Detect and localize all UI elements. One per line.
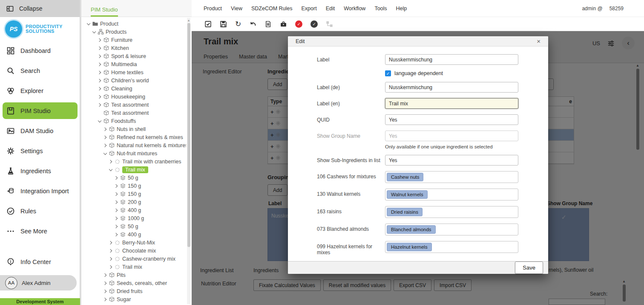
sidebar-item-settings[interactable]: Settings (0, 141, 80, 161)
tree-expand-arrow[interactable] (97, 45, 103, 51)
tree-item-label[interactable]: 150 g (128, 183, 141, 189)
sidebar-item-see-more[interactable]: See More (0, 221, 80, 241)
tree-item[interactable]: Nut-fruit mixtures (81, 149, 186, 157)
tree-item[interactable]: Dried fruits (81, 287, 186, 295)
quid-input[interactable] (385, 114, 518, 125)
tree-item-label[interactable]: Trail mix (122, 166, 148, 173)
tree-expand-arrow[interactable] (102, 280, 108, 286)
tree-item-label[interactable]: Cashew-cranberry mix (122, 256, 175, 262)
undo-icon[interactable] (249, 20, 256, 28)
tree-item[interactable]: Foodstuffs (81, 117, 186, 125)
tree-item[interactable]: 400 g (81, 230, 186, 238)
sidebar-item-explorer[interactable]: Explorer (0, 81, 80, 101)
user-menu[interactable]: AA Alex Admin (0, 275, 77, 290)
tree-expand-arrow[interactable] (113, 232, 119, 238)
tree-item-label[interactable]: Dried fruits (117, 288, 142, 294)
sidebar-item-rules[interactable]: Rules (0, 201, 80, 221)
tree-item-label[interactable]: Kitchen (111, 45, 129, 51)
sidebar-item-info-center[interactable]: Info Center (0, 256, 80, 268)
menu-item[interactable]: Edit (326, 6, 335, 12)
tree-expand-arrow[interactable] (108, 167, 114, 173)
tree-expand-arrow[interactable] (97, 61, 103, 67)
tree-item-label[interactable]: Test assortment (111, 102, 149, 108)
tree-expand-arrow[interactable] (113, 175, 119, 181)
tree-expand-arrow[interactable] (113, 224, 119, 229)
tree-item[interactable]: Chocolate mix (81, 247, 186, 255)
validate-save-icon[interactable] (204, 20, 212, 28)
save-button[interactable]: Save (515, 261, 543, 274)
tree-item-label[interactable]: Sugar (117, 296, 131, 302)
tree-item[interactable]: Berry-Nut-Mix (81, 238, 186, 247)
tree-item-label[interactable]: Pits (117, 272, 126, 278)
tree-expand-arrow[interactable] (102, 288, 108, 294)
sidebar-item-search[interactable]: Search (0, 61, 80, 81)
tree-expand-arrow[interactable] (86, 21, 92, 27)
tree-item[interactable]: Sport & leisure (81, 52, 186, 60)
tree-expand-arrow[interactable] (102, 134, 108, 140)
tree-expand-arrow[interactable] (97, 53, 103, 59)
tree-item-label[interactable]: Chocolate mix (122, 248, 156, 254)
tree-item[interactable]: Seeds, cereals, other (81, 279, 186, 287)
save-icon[interactable] (220, 20, 227, 28)
tree-expand-arrow[interactable] (97, 86, 103, 92)
sidebar-item-dashboard[interactable]: Dashboard (0, 41, 80, 61)
tab-pim-studio[interactable]: PIM Studio (91, 6, 118, 17)
tree-item-label[interactable]: Foodstuffs (111, 118, 136, 124)
label-en-input[interactable] (385, 98, 518, 109)
tree-item[interactable]: Natural nut kernels & mixtures (81, 141, 186, 149)
sidebar-item-dam-studio[interactable]: DAM Studio (0, 121, 80, 141)
tree-expand-arrow[interactable] (102, 296, 108, 302)
tree-item-label[interactable]: 400 g (128, 207, 141, 213)
tree-item-label[interactable]: Nut-fruit mixtures (117, 151, 157, 157)
tree-item[interactable]: Multimedia (81, 60, 186, 68)
tree-expand-arrow[interactable] (97, 118, 103, 124)
tree-expand-arrow[interactable] (108, 256, 114, 262)
toolbox-icon[interactable] (280, 20, 287, 28)
sidebar-item-integration-import[interactable]: Integration Import (0, 181, 80, 201)
tree-expand-arrow[interactable] (97, 102, 103, 108)
tree-item-label[interactable]: Trail mix with cranberries (122, 159, 181, 165)
tree-item[interactable]: Trail mix (81, 166, 186, 174)
tree-expand-arrow[interactable] (113, 199, 119, 205)
tree-item-label[interactable]: Natural nut kernels & mixtures (117, 142, 186, 148)
ingredient-tag-input[interactable]: Cashew nuts (385, 171, 518, 183)
ingredient-tag-input[interactable]: Walnut kernels (385, 189, 518, 200)
tree-item[interactable]: Children's world (81, 76, 186, 84)
tree-item-label[interactable]: Multimedia (111, 61, 137, 67)
ingredient-tag-input[interactable]: Hazelnut kernels (385, 241, 518, 253)
tree-item[interactable]: Product (81, 20, 186, 28)
tree-expand-arrow[interactable] (102, 272, 108, 278)
tree-item-label[interactable]: 400 g (128, 232, 141, 238)
tree-item[interactable]: 150 g (81, 190, 186, 198)
tree-item[interactable]: 200 g (81, 198, 186, 206)
tree-item-label[interactable]: Furniture (111, 37, 132, 43)
ingredient-tag-input[interactable]: Dried raisins (385, 206, 518, 218)
menu-item[interactable]: Export (302, 6, 317, 12)
tree-item-label[interactable]: Nuts in shell (117, 126, 146, 132)
tree-expand-arrow[interactable] (97, 37, 103, 43)
tree-item-label[interactable]: Sport & leisure (111, 53, 146, 59)
ingredient-tag[interactable]: Blanched almonds (387, 225, 436, 234)
sidebar-item-pim-studio[interactable]: PIM Studio (3, 102, 78, 119)
ingredient-tag[interactable]: Walnut kernels (387, 190, 428, 199)
tree-item[interactable]: Nuts in shell (81, 125, 186, 133)
ingredient-tag-input[interactable]: Blanched almonds (385, 224, 518, 235)
tree-expand-arrow[interactable] (108, 248, 114, 254)
close-icon[interactable]: × (537, 38, 540, 45)
tree-item-label[interactable]: Trail mix (122, 264, 142, 270)
tree-expand-arrow[interactable] (97, 110, 103, 116)
tree-item[interactable]: 50 g (81, 222, 186, 230)
tree-expand-arrow[interactable] (97, 70, 103, 76)
collapse-sidebar-button[interactable]: Collapse (0, 0, 80, 17)
tree-expand-arrow[interactable] (113, 215, 119, 221)
tree-expand-arrow[interactable] (108, 240, 114, 246)
tree-item[interactable]: 400 g (81, 206, 186, 214)
language-dependent-checkbox[interactable] (385, 70, 391, 76)
tree-item[interactable]: Home textiles (81, 68, 186, 76)
tree-scrollbar-thumb[interactable] (187, 23, 190, 247)
ingredient-tag[interactable]: Cashew nuts (387, 173, 423, 181)
error-status-icon[interactable]: ✓ (295, 20, 302, 28)
tree-item[interactable]: Trail mix with cranberries (81, 157, 186, 166)
tree-item[interactable]: Cleaning (81, 84, 186, 93)
tree-item[interactable]: Products (81, 28, 186, 36)
